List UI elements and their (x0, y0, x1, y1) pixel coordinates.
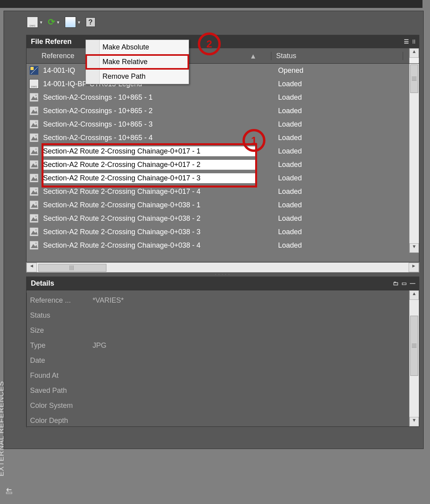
svg-point-38 (35, 202, 37, 204)
sort-indicator-icon: ▲ (250, 52, 257, 61)
details-row: Color System (27, 398, 409, 413)
svg-rect-11 (30, 67, 34, 70)
resize-handle[interactable]: · · · · · (26, 273, 419, 277)
reference-name-cell: Section-A2 Route 2-Crossing Chainage-0+0… (42, 173, 255, 183)
svg-rect-48 (6, 492, 12, 494)
horizontal-scrollbar[interactable]: ◄ ► (26, 262, 419, 273)
details-title: Details (31, 279, 54, 288)
menu-item-make-relative[interactable]: Make Relative (86, 55, 189, 69)
reference-status-cell: Loaded (278, 120, 302, 129)
table-row[interactable]: Section-A2-Crossings - 10+865 - 1Loaded (27, 91, 409, 104)
details-label: Size (27, 323, 85, 338)
svg-point-47 (35, 243, 37, 244)
table-row[interactable]: Section-A2-Crossings - 10+865 - 4Loaded (27, 131, 409, 144)
reference-status-cell: Loaded (278, 188, 302, 196)
path-type-button[interactable]: ▼ (64, 16, 82, 28)
svg-point-14 (35, 95, 37, 96)
details-list-icon[interactable]: 🗀 (393, 280, 398, 286)
details-label: Saved Path (27, 383, 85, 398)
svg-point-29 (35, 162, 37, 163)
svg-point-41 (35, 216, 37, 217)
reference-name-cell: Section-A2 Route 2-Crossing Chainage-0+0… (42, 146, 255, 156)
collapse-icon[interactable]: — (410, 280, 415, 286)
column-status[interactable]: Status (271, 52, 403, 60)
image-icon (27, 93, 42, 102)
tree-view-icon[interactable]: ⁝⁝ (412, 38, 415, 45)
reference-status-cell: Loaded (278, 134, 302, 142)
svg-point-35 (35, 189, 37, 190)
scroll-left-icon[interactable]: ◄ (27, 263, 37, 272)
reference-name-cell: Section-A2 Route 2-Crossing Chainage-0+0… (42, 214, 255, 224)
details-row: Saved Path (27, 383, 409, 398)
details-value: *VARIES* (85, 296, 124, 305)
details-preview-icon[interactable]: ▭ (402, 280, 407, 286)
titlebar-strip (0, 0, 422, 8)
table-row[interactable]: Section-A2-Crossings - 10+865 - 2Loaded (27, 104, 409, 117)
table-row[interactable]: Section-A2 Route 2-Crossing Chainage-0+0… (27, 171, 409, 185)
reference-name-cell: Section-A2 Route 2-Crossing Chainage-0+0… (42, 160, 255, 170)
reference-name-cell: Section-A2 Route 2-Crossing Chainage-0+0… (42, 187, 255, 197)
list-view-icon[interactable]: ☰ (404, 38, 409, 45)
svg-point-17 (35, 108, 37, 110)
toolbar: ▼ ⟳ ▼ ▼ ? (26, 16, 96, 28)
image-icon (27, 160, 42, 169)
reference-name-cell: Section-A2 Route 2-Crossing Chainage-0+0… (42, 241, 255, 250)
reference-name-cell: Section-A2-Crossings - 10+865 - 2 (42, 106, 255, 116)
details-row: Date (27, 353, 409, 368)
svg-point-20 (35, 121, 37, 123)
reference-status-cell: Opened (278, 66, 303, 75)
svg-point-23 (35, 135, 37, 136)
reference-status-cell: Loaded (278, 80, 302, 88)
scroll-up-icon[interactable]: ▲ (409, 290, 419, 300)
dwg-icon (27, 17, 38, 28)
details-label: Color Depth (27, 413, 85, 428)
details-label: Reference ... (27, 293, 85, 308)
image-icon (27, 120, 42, 129)
table-row[interactable]: Section-A2 Route 2-Crossing Chainage-0+0… (27, 158, 409, 171)
details-vertical-scrollbar[interactable]: ▲ ▼ (409, 290, 419, 426)
reference-status-cell: Loaded (278, 201, 302, 209)
help-button[interactable]: ? (85, 17, 96, 28)
scroll-down-icon[interactable]: ▼ (409, 417, 419, 426)
scroll-right-icon[interactable]: ► (409, 263, 419, 272)
refresh-icon: ⟳ (48, 17, 55, 27)
table-row[interactable]: Section-A2-Crossings - 10+865 - 3Loaded (27, 117, 409, 131)
chevron-down-icon: ▼ (56, 20, 60, 25)
image-icon (27, 241, 42, 250)
menu-item-remove-path[interactable]: Remove Path (86, 69, 189, 84)
table-row[interactable]: Section-A2 Route 2-Crossing Chainage-0+0… (27, 212, 409, 225)
menu-item-make-absolute[interactable]: Make Absolute (86, 40, 189, 55)
attach-dwg-button[interactable]: ▼ (26, 16, 44, 28)
palette-expand-icon[interactable] (6, 487, 13, 495)
table-row[interactable]: Section-A2 Route 2-Crossing Chainage-0+0… (27, 239, 409, 252)
rows-area[interactable]: 14-001-IQART-2*Opened14-001-IQ-BP-CTR013… (27, 64, 409, 253)
refresh-button[interactable]: ⟳ ▼ (47, 16, 61, 28)
image-icon (27, 201, 42, 209)
reference-status-cell: Loaded (278, 214, 302, 223)
path-type-menu: Make Absolute Make Relative Remove Path (85, 40, 189, 84)
table-row[interactable]: Section-A2 Route 2-Crossing Chainage-0+0… (27, 185, 409, 198)
details-row: Found At (27, 368, 409, 383)
table-row[interactable]: 14-001-IQART-2*Opened (27, 64, 409, 77)
svg-point-26 (35, 148, 37, 150)
reference-status-cell: Loaded (278, 161, 302, 169)
image-icon (27, 174, 42, 182)
details-row: Size (27, 323, 409, 338)
details-row: Reference ...*VARIES* (27, 293, 409, 308)
image-icon (27, 133, 42, 142)
scroll-up-icon[interactable]: ▲ (409, 48, 419, 58)
image-icon (27, 214, 42, 223)
table-row[interactable]: 14-001-IQ-BP-CTR013-LegendLoaded (27, 77, 409, 91)
image-icon (27, 106, 42, 115)
reference-status-cell: Loaded (278, 174, 302, 182)
vertical-scrollbar[interactable]: ▼ (409, 64, 419, 253)
drawing-icon (27, 66, 42, 75)
table-row[interactable]: Section-A2 Route 2-Crossing Chainage-0+0… (27, 144, 409, 158)
table-row[interactable]: Section-A2 Route 2-Crossing Chainage-0+0… (27, 225, 409, 239)
details-label: Color System (27, 398, 85, 413)
scroll-down-icon[interactable]: ▼ (409, 243, 419, 253)
table-row[interactable]: Section-A2 Route 2-Crossing Chainage-0+0… (27, 198, 409, 212)
reference-status-cell: Loaded (278, 147, 302, 155)
reference-name-cell: Section-A2 Route 2-Crossing Chainage-0+0… (42, 200, 255, 210)
svg-point-32 (35, 175, 37, 177)
